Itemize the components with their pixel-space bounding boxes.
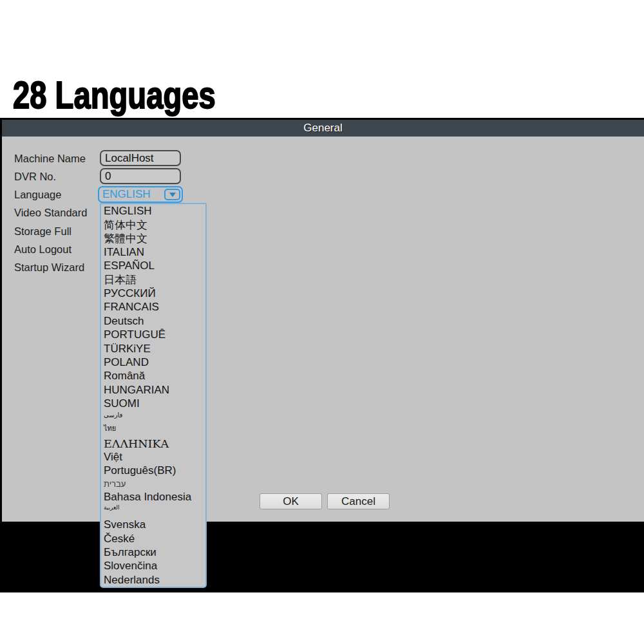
language-dropdown-list: ENGLISH简体中文繁體中文ITALIANESPAÑOL日本語РУССКИЙF… xyxy=(100,203,207,588)
dvr-no-input[interactable]: 0 xyxy=(100,168,181,184)
language-option[interactable]: FRANCAIS xyxy=(101,301,205,314)
language-option[interactable]: Deutsch xyxy=(101,314,205,328)
language-option[interactable]: Svenska xyxy=(101,518,205,531)
page-title: 28 Languages xyxy=(13,73,216,117)
field-label-storage-full: Storage Full xyxy=(14,225,71,238)
field-label-dvr-no: DVR No. xyxy=(14,170,56,183)
language-select[interactable]: ENGLISH xyxy=(98,186,183,203)
language-option[interactable]: TÜRKiYE xyxy=(101,342,205,355)
language-option[interactable]: Slovenčina xyxy=(101,560,205,573)
language-option[interactable]: עברית xyxy=(101,478,205,490)
language-option[interactable]: České xyxy=(101,532,205,545)
bottom-black-band xyxy=(0,522,644,592)
chevron-down-icon xyxy=(169,193,176,197)
language-option[interactable]: РУССКИЙ xyxy=(101,287,205,300)
language-option[interactable]: Română xyxy=(101,370,205,383)
language-option[interactable]: Bahasa Indonesia xyxy=(101,490,205,504)
language-option[interactable]: Български xyxy=(101,545,205,559)
language-option[interactable]: فارسى xyxy=(101,411,205,420)
cancel-button[interactable]: Cancel xyxy=(327,493,390,509)
language-option[interactable]: ITALIAN xyxy=(101,245,205,259)
dropdown-arrow-button[interactable] xyxy=(164,189,180,200)
language-option[interactable]: PORTUGUÊ xyxy=(101,328,205,342)
ok-button[interactable]: OK xyxy=(260,493,322,509)
general-settings-dialog: General xyxy=(0,118,644,522)
language-option[interactable]: العربية xyxy=(101,504,205,518)
field-label-auto-logout: Auto Logout xyxy=(14,243,71,256)
language-option[interactable]: ไทย xyxy=(101,420,205,437)
language-option[interactable]: 简体中文 xyxy=(101,218,205,231)
language-option[interactable]: ENGLISH xyxy=(101,204,205,218)
language-option[interactable]: HUNGARIAN xyxy=(101,383,205,397)
language-option[interactable]: POLAND xyxy=(101,355,205,369)
field-label-video-standard: Video Standard xyxy=(14,206,87,219)
language-option[interactable]: ΕΛΛΗΝΙΚΑ xyxy=(101,437,205,450)
dialog-title: General xyxy=(2,120,644,137)
field-label-machine-name: Machine Name xyxy=(14,152,86,165)
language-option[interactable]: Nederlands xyxy=(101,573,205,587)
language-option[interactable]: Việt xyxy=(101,450,205,464)
field-label-startup-wizard: Startup Wizard xyxy=(14,261,84,274)
language-option[interactable]: SUOMI xyxy=(101,397,205,410)
language-option[interactable]: 日本語 xyxy=(101,273,205,287)
language-option[interactable]: ESPAÑOL xyxy=(101,260,205,273)
language-option[interactable]: 繁體中文 xyxy=(101,232,205,245)
field-label-language: Language xyxy=(14,188,61,201)
language-option[interactable]: Português(BR) xyxy=(101,464,205,478)
machine-name-input[interactable]: LocalHost xyxy=(100,150,181,166)
screen: 28 Languages General Machine Name DVR No… xyxy=(0,0,644,644)
